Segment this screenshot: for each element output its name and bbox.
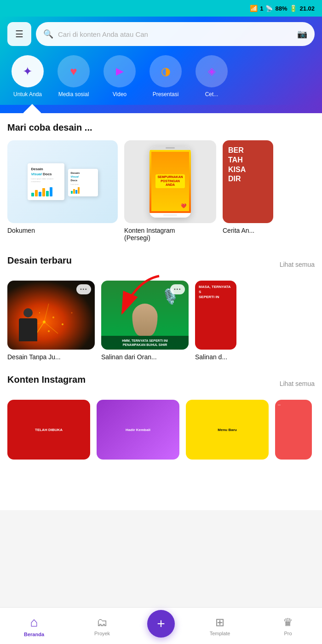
insta-thumb-1[interactable]: TELAH DIBUKA xyxy=(7,400,90,460)
instagram-card[interactable]: SEMPURNAKAN POSTINGAN ANDA ❤️ Konten Ins… xyxy=(124,140,216,242)
cerita-content: BER TAH KISA DIR xyxy=(228,146,246,184)
status-icons: 📶 1 📡 88% 🔋 21.02 xyxy=(250,5,315,12)
signal-icon: 1 xyxy=(260,5,263,12)
recent-card-welding[interactable]: ··· Desain Tanpa Ju... xyxy=(7,281,95,361)
recent-cards-row: ··· Desain Tanpa Ju... 🎙️ HMM, TERNYATA … xyxy=(7,281,315,361)
phone-screen: SEMPURNAKAN POSTINGAN ANDA ❤️ xyxy=(150,150,191,213)
svg-point-6 xyxy=(71,312,73,314)
more-options-btn-podcast[interactable]: ··· xyxy=(170,284,185,294)
svg-point-7 xyxy=(48,330,50,332)
partial-content: MASA, TERNYATA SSEPERTI IN xyxy=(195,281,236,350)
main-content: Mari coba desain ... DesainVisual Docs L… xyxy=(0,105,322,510)
nav-add-button[interactable]: + xyxy=(147,610,175,638)
search-icon: 🔍 xyxy=(43,29,53,39)
status-bar: 📶 1 📡 88% 🔋 21.02 xyxy=(0,0,322,17)
home-icon: ⌂ xyxy=(30,615,38,630)
nav-label-beranda: Beranda xyxy=(24,632,44,637)
nav-label-pro: Pro xyxy=(284,631,292,636)
doc-page-title: DesainVisual Docs xyxy=(31,167,61,177)
category-circle-untuk-anda: ✦ xyxy=(12,55,44,87)
category-circle-media-sosial: ♥ xyxy=(58,55,90,87)
plus-icon: + xyxy=(157,617,165,631)
heart-icon-phone: ❤️ xyxy=(181,203,186,208)
recent-label-podcast: Salinan dari Oran... xyxy=(101,353,189,361)
instagram-section-header: Konten Instagram Lihat semua xyxy=(7,374,315,392)
menu-button[interactable]: ☰ xyxy=(7,22,31,46)
recent-design-section: Desain terbaru Lihat semua xyxy=(0,246,322,365)
crown-icon: ♛ xyxy=(283,616,293,629)
category-label-presentasi: Presentasi xyxy=(153,91,179,98)
hamburger-icon: ☰ xyxy=(15,29,23,39)
template-icon: ⊞ xyxy=(215,616,224,629)
svg-point-4 xyxy=(62,323,63,325)
battery-icon: 🔋 xyxy=(289,5,297,12)
dokumen-label: Dokumen xyxy=(7,227,118,234)
welding-thumb: ··· xyxy=(7,281,95,350)
insta-text-2: Hadir Kembali xyxy=(126,428,150,432)
dokumen-card[interactable]: DesainVisual Docs Lorem ipsum dolor sit … xyxy=(7,140,118,242)
category-circle-cetak: ◈ xyxy=(196,55,228,87)
category-presentasi[interactable]: ◑ Presentasi xyxy=(147,55,184,98)
nav-template[interactable]: ⊞ Template xyxy=(197,616,243,636)
category-video[interactable]: ▶ Video xyxy=(101,55,138,98)
print-icon: ◈ xyxy=(208,65,216,77)
dokumen-thumb: DesainVisual Docs Lorem ipsum dolor sit … xyxy=(7,140,118,223)
search-bar[interactable]: 🔍 Cari di konten Anda atau Can 📷 xyxy=(36,22,315,46)
instagram-label: Konten Instagram (Persegi) xyxy=(124,227,216,242)
nav-pro[interactable]: ♛ Pro xyxy=(265,616,311,636)
time-display: 21.02 xyxy=(299,5,315,12)
category-label-media-sosial: Media sosial xyxy=(58,91,89,98)
sparkle-icon: ✦ xyxy=(23,64,33,79)
insta-text-3: Menu Baru xyxy=(218,428,236,432)
category-untuk-anda[interactable]: ✦ Untuk Anda xyxy=(9,55,46,98)
bottom-nav: ⌂ Beranda 🗂 Proyek + ⊞ Template ♛ Pro xyxy=(0,607,322,644)
heart-icon: ♥ xyxy=(70,64,77,79)
recent-card-partial[interactable]: MASA, TERNYATA SSEPERTI IN Salinan d... xyxy=(195,281,236,361)
nav-proyek[interactable]: 🗂 Proyek xyxy=(79,616,125,636)
insta-thumb-3[interactable]: Menu Baru xyxy=(186,400,269,460)
try-design-title: Mari coba desain ... xyxy=(7,122,315,133)
more-options-btn-welding[interactable]: ··· xyxy=(76,284,91,294)
insta-thumb-2[interactable]: Hadir Kembali xyxy=(97,400,179,460)
category-media-sosial[interactable]: ♥ Media sosial xyxy=(55,55,92,98)
app-header: ☰ 🔍 Cari di konten Anda atau Can 📷 ✦ Unt… xyxy=(0,17,322,105)
category-label-untuk-anda: Untuk Anda xyxy=(13,91,42,98)
wifi-icon: 📶 xyxy=(250,5,258,12)
svg-line-12 xyxy=(44,304,49,322)
doc-page-text: Lorem ipsum dolor sit amet consectetur xyxy=(31,178,61,183)
header-row: ☰ 🔍 Cari di konten Anda atau Can 📷 xyxy=(7,22,315,46)
presentation-icon: ◑ xyxy=(161,65,171,78)
recent-card-podcast[interactable]: 🎙️ HMM, TERNYATA SEPERTI INI PENAMPAKAN … xyxy=(101,281,189,361)
recent-lihat-semua[interactable]: Lihat semua xyxy=(280,261,315,268)
recent-label-welding: Desain Tanpa Ju... xyxy=(7,353,95,361)
camera-icon[interactable]: 📷 xyxy=(297,29,307,39)
nav-label-template: Template xyxy=(210,631,230,636)
instagram-lihat-semua[interactable]: Lihat semua xyxy=(280,380,315,387)
doc-bar-chart xyxy=(31,185,61,196)
svg-point-2 xyxy=(52,316,54,318)
doc-page-small: DesainVisualDocs Lorem ipsum xyxy=(68,169,98,196)
recent-label-partial: Salinan d... xyxy=(195,353,236,361)
person-silhouette xyxy=(17,308,40,350)
folder-icon: 🗂 xyxy=(97,616,108,629)
search-input-placeholder: Cari di konten Anda atau Can xyxy=(58,30,293,38)
nav-beranda[interactable]: ⌂ Beranda xyxy=(11,615,57,637)
categories-row: ✦ Untuk Anda ♥ Media sosial ▶ Video ◑ Pr… xyxy=(7,55,315,98)
signal-bars-icon: 📡 xyxy=(265,5,273,12)
nav-label-proyek: Proyek xyxy=(94,631,110,636)
cerita-card[interactable]: BER TAH KISA DIR Cerita An... xyxy=(223,140,273,242)
cerita-thumb: BER TAH KISA DIR xyxy=(223,140,273,223)
insta-thumb-4[interactable]: ... xyxy=(275,400,312,460)
cerita-label: Cerita An... xyxy=(223,227,273,234)
category-label-video: Video xyxy=(113,91,126,98)
category-circle-presentasi: ◑ xyxy=(150,55,182,87)
person-face xyxy=(132,304,158,336)
play-icon: ▶ xyxy=(116,65,124,77)
recent-section-header: Desain terbaru Lihat semua xyxy=(7,255,315,273)
try-design-section: Mari coba desain ... DesainVisual Docs L… xyxy=(0,113,322,246)
category-cetak[interactable]: ◈ Cet... xyxy=(193,55,230,98)
category-label-cetak: Cet... xyxy=(205,91,218,98)
battery-pct: 88% xyxy=(275,5,287,12)
instagram-section: Konten Instagram Lihat semua TELAH DIBUK… xyxy=(0,365,322,469)
instagram-screen-text: SEMPURNAKAN POSTINGAN ANDA xyxy=(155,174,184,188)
